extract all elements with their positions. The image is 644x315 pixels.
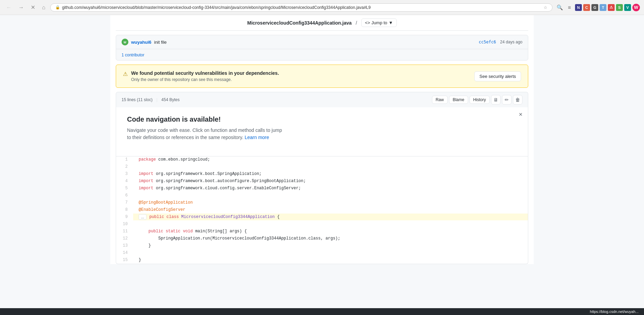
line-number[interactable]: 2 xyxy=(116,163,133,170)
line-number[interactable]: 8 xyxy=(116,206,133,214)
jump-to-button[interactable]: <> Jump to ▼ xyxy=(361,18,397,27)
expand-button[interactable]: ... xyxy=(139,214,146,220)
line-code: SpringApplication.run(MicroservicecloudC… xyxy=(133,235,528,242)
ext-icon-7[interactable]: V xyxy=(624,4,631,11)
file-view-toolbar: 15 lines (11 sloc) | 454 Bytes Raw Blame… xyxy=(116,92,528,107)
ext-icon-4[interactable]: T xyxy=(600,4,606,11)
code-nav-title: Code navigation is available! xyxy=(127,115,517,123)
user-avatar[interactable]: W xyxy=(632,4,640,11)
line-number[interactable]: 10 xyxy=(116,221,133,228)
home-button[interactable]: ⌂ xyxy=(40,4,47,11)
trash-icon: 🗑 xyxy=(515,97,520,102)
star-icon[interactable]: ☆ xyxy=(544,5,547,10)
jump-to-label: Jump to xyxy=(372,20,387,25)
zoom-button[interactable]: 🔍 xyxy=(555,4,564,11)
address-bar[interactable]: 🔒 github.com/wuyahui6/microservicecloud/… xyxy=(50,3,553,12)
table-row: 1 package com.ebon.springcloud; xyxy=(116,156,528,163)
commit-author-link[interactable]: wuyahui6 xyxy=(131,40,151,45)
table-row: 3 import org.springframework.boot.Spring… xyxy=(116,170,528,178)
table-row: 7 @SpringBootApplication xyxy=(116,199,528,206)
history-button[interactable]: History xyxy=(470,96,490,104)
line-number[interactable]: 6 xyxy=(116,192,133,199)
security-alert-banner: ⚠ We found potential security vulnerabil… xyxy=(116,65,528,88)
browser-actions: 🔍 ≡ xyxy=(555,4,572,11)
ext-icon-3[interactable]: G xyxy=(591,4,598,11)
ext-icon-2[interactable]: C xyxy=(583,4,590,11)
code-nav-popup: × Code navigation is available! Navigate… xyxy=(116,107,528,156)
table-row: 6 xyxy=(116,192,528,199)
code-view: 1 package com.ebon.springcloud; 2 3 impo… xyxy=(116,156,528,264)
browser-chrome: ← → ✕ ⌂ 🔒 github.com/wuyahui6/microservi… xyxy=(0,0,644,15)
code-icon: <> xyxy=(365,20,370,25)
page-content: MicroservicecloudConfig3344Application.j… xyxy=(110,15,534,264)
edit-icon: ✏ xyxy=(505,97,509,102)
security-alert-content: ⚠ We found potential security vulnerabil… xyxy=(123,70,469,82)
line-code: ... public class MicroservicecloudConfig… xyxy=(133,214,528,220)
ext-icon-1[interactable]: N xyxy=(575,4,582,11)
line-number[interactable]: 12 xyxy=(116,235,133,242)
line-code: @SpringBootApplication xyxy=(133,199,528,206)
url-text: github.com/wuyahui6/microservicecloud/bl… xyxy=(62,5,542,10)
back-button[interactable]: ← xyxy=(4,4,14,11)
line-number[interactable]: 14 xyxy=(116,249,133,257)
line-number[interactable]: 3 xyxy=(116,170,133,178)
code-table: 1 package com.ebon.springcloud; 2 3 impo… xyxy=(116,156,528,264)
line-code xyxy=(133,192,528,199)
menu-button[interactable]: ≡ xyxy=(566,4,572,11)
commit-time: 24 days ago xyxy=(500,40,522,44)
breadcrumb-separator: / xyxy=(356,20,357,26)
contributor-link[interactable]: 1 contributor xyxy=(122,53,144,57)
line-number[interactable]: 5 xyxy=(116,185,133,192)
line-code: import org.springframework.boot.SpringAp… xyxy=(133,170,528,178)
line-code: public static void main(String[] args) { xyxy=(133,228,528,235)
blame-button[interactable]: Blame xyxy=(449,96,468,104)
lock-icon: 🔒 xyxy=(55,5,60,10)
commit-author-info: w wuyahui6 init file xyxy=(122,39,167,45)
monitor-icon: 🖥 xyxy=(493,97,498,102)
table-row: 8 @EnableConfigServer xyxy=(116,206,528,214)
learn-more-link[interactable]: Learn more xyxy=(244,135,269,140)
line-code: package com.ebon.springcloud; xyxy=(133,156,528,163)
line-code: @EnableConfigServer xyxy=(133,206,528,214)
warning-icon: ⚠ xyxy=(123,71,128,77)
line-number[interactable]: 11 xyxy=(116,228,133,235)
forward-button[interactable]: → xyxy=(16,4,26,11)
line-number[interactable]: 9 xyxy=(116,214,133,221)
code-nav-description: Navigate your code with ease. Click on f… xyxy=(127,127,298,141)
table-row: 2 xyxy=(116,163,528,170)
commit-footer: 1 contributor xyxy=(116,49,528,60)
table-row: 12 SpringApplication.run(Microserviceclo… xyxy=(116,235,528,242)
see-security-alerts-button[interactable]: See security alerts xyxy=(474,71,521,81)
line-code: import org.springframework.cloud.config.… xyxy=(133,185,528,192)
size-stat: 454 Bytes xyxy=(162,97,180,102)
table-row: 13 } xyxy=(116,242,528,249)
line-code xyxy=(133,163,528,170)
line-number[interactable]: 15 xyxy=(116,257,133,264)
table-row: 5 import org.springframework.cloud.confi… xyxy=(116,185,528,192)
ext-icon-5[interactable]: ⚠ xyxy=(608,4,615,11)
table-row: 14 xyxy=(116,249,528,257)
commit-info-box: w wuyahui6 init file cc5efc6 24 days ago… xyxy=(116,35,528,60)
stat-separator: | xyxy=(156,97,157,102)
line-number[interactable]: 4 xyxy=(116,178,133,185)
code-nav-close-button[interactable]: × xyxy=(519,111,522,118)
monitor-button[interactable]: 🖥 xyxy=(491,95,501,105)
ext-icon-6[interactable]: S xyxy=(616,4,623,11)
line-number[interactable]: 1 xyxy=(116,156,133,163)
commit-meta: cc5efc6 24 days ago xyxy=(479,40,522,44)
line-number[interactable]: 7 xyxy=(116,199,133,206)
line-code: import org.springframework.boot.autoconf… xyxy=(133,178,528,185)
delete-button[interactable]: 🗑 xyxy=(513,95,522,105)
file-stats: 15 lines (11 sloc) | 454 Bytes xyxy=(122,97,180,102)
chevron-down-icon: ▼ xyxy=(389,20,393,25)
table-row: 4 import org.springframework.boot.autoco… xyxy=(116,178,528,185)
edit-button[interactable]: ✏ xyxy=(502,95,512,105)
lines-stat: 15 lines (11 sloc) xyxy=(122,97,153,102)
line-code xyxy=(133,249,528,257)
reload-button[interactable]: ✕ xyxy=(29,3,37,11)
commit-hash[interactable]: cc5efc6 xyxy=(479,40,496,44)
line-number[interactable]: 13 xyxy=(116,242,133,249)
commit-message: init file xyxy=(154,40,167,45)
raw-button[interactable]: Raw xyxy=(432,96,448,104)
file-name: MicroservicecloudConfig3344Application.j… xyxy=(247,20,352,26)
